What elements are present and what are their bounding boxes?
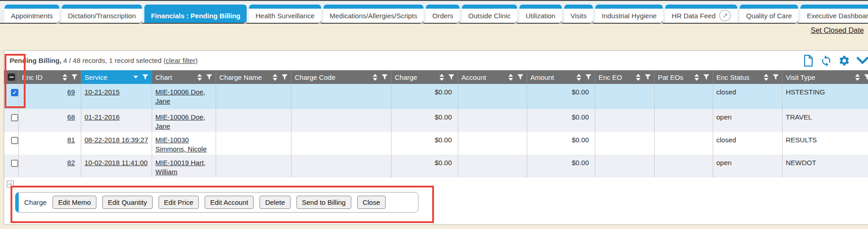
table-row: 68 01-21-2016 MIE-10006 Doe, Jane $0.00 … bbox=[4, 109, 868, 132]
filter-icon[interactable] bbox=[281, 74, 288, 80]
column-label: Visit Type bbox=[786, 73, 815, 81]
tab-industrial-hygiene[interactable]: Industrial Hygiene bbox=[595, 5, 663, 23]
filter-icon[interactable] bbox=[645, 74, 651, 80]
header-charge-code[interactable]: Charge Code bbox=[291, 70, 392, 84]
chart-cell: MIE-10006 Doe, Jane bbox=[152, 109, 216, 132]
header-charge-name[interactable]: Charge Name bbox=[216, 70, 291, 84]
chart-link[interactable]: MIE-10019 Hart, William bbox=[155, 159, 206, 176]
sort-icon[interactable] bbox=[764, 74, 768, 81]
filter-icon[interactable] bbox=[71, 74, 78, 80]
pat-eos-cell bbox=[655, 84, 713, 109]
service-link[interactable]: 10-21-2015 bbox=[85, 88, 120, 96]
visit-type-cell: RESULTS bbox=[783, 132, 868, 155]
row-checkbox[interactable] bbox=[11, 137, 18, 144]
panel-title-bold: Pending Billing, bbox=[10, 57, 61, 64]
filter-icon[interactable] bbox=[142, 74, 148, 80]
refresh-icon[interactable] bbox=[820, 55, 832, 67]
sort-icon[interactable] bbox=[694, 74, 699, 81]
tab-orders[interactable]: Orders bbox=[426, 5, 460, 23]
gear-icon[interactable] bbox=[838, 55, 850, 67]
header-enc-eo[interactable]: Enc EO bbox=[595, 70, 655, 84]
close-button[interactable]: Close bbox=[357, 196, 386, 209]
sort-icon[interactable] bbox=[63, 74, 67, 81]
tab-health-surveillance[interactable]: Health Surveillance bbox=[249, 5, 321, 23]
header-visit-type[interactable]: Visit Type bbox=[783, 70, 868, 84]
edit-price-button[interactable]: Edit Price bbox=[159, 196, 199, 209]
collapse-toggle-icon[interactable]: − bbox=[7, 181, 14, 187]
sort-icon[interactable] bbox=[636, 74, 640, 81]
header-amount[interactable]: Amount bbox=[527, 70, 595, 84]
sort-icon[interactable] bbox=[855, 74, 860, 81]
header-chart[interactable]: Chart bbox=[152, 70, 216, 84]
enc-id-link[interactable]: 68 bbox=[67, 113, 75, 121]
enc-id-link[interactable]: 82 bbox=[67, 159, 75, 167]
clear-filter-link[interactable]: clear filter bbox=[166, 57, 196, 64]
filter-icon[interactable] bbox=[585, 74, 592, 80]
column-label: Account bbox=[461, 73, 486, 81]
tab-utilization[interactable]: Utilization bbox=[519, 5, 562, 23]
sort-icon[interactable] bbox=[273, 74, 277, 81]
filter-icon[interactable] bbox=[448, 74, 455, 80]
tab-financials-pending-billing[interactable]: Financials : Pending Billing bbox=[144, 5, 247, 23]
row-checkbox[interactable] bbox=[11, 160, 18, 167]
select-all-checkbox[interactable] bbox=[8, 73, 15, 81]
header-service[interactable]: Service bbox=[81, 70, 152, 84]
header-enc-id[interactable]: Enc ID bbox=[19, 70, 81, 84]
table-row: 82 10-02-2018 11:41:00 MIE-10019 Hart, W… bbox=[4, 155, 868, 177]
enc-eo-cell bbox=[595, 132, 655, 155]
chevron-down-icon[interactable] bbox=[856, 55, 868, 66]
header-charge[interactable]: Charge bbox=[392, 70, 458, 84]
document-icon[interactable] bbox=[803, 54, 814, 67]
sort-icon[interactable] bbox=[197, 74, 202, 81]
tab-outside-clinic[interactable]: Outside Clinic bbox=[462, 5, 517, 23]
tab-executive-dashboard[interactable]: Executive Dashboard↗ bbox=[800, 5, 868, 23]
header-enc-status[interactable]: Enc Status bbox=[713, 70, 783, 84]
header-account[interactable]: Account bbox=[458, 70, 527, 84]
tab-dropdown-fold-icon bbox=[318, 21, 321, 24]
tab-label: Industrial Hygiene bbox=[602, 12, 656, 20]
service-link[interactable]: 08-22-2018 16:39:27 bbox=[85, 136, 148, 144]
filter-icon[interactable] bbox=[773, 74, 779, 80]
tab-label: HR Data Feed bbox=[672, 12, 715, 20]
tab-label: Financials : Pending Billing bbox=[151, 12, 240, 20]
sort-icon[interactable] bbox=[508, 74, 513, 81]
charge-code-cell bbox=[291, 109, 392, 132]
tab-dictation-transcription[interactable]: Dictation/Transcription bbox=[62, 5, 143, 23]
filter-icon[interactable] bbox=[864, 74, 868, 80]
chart-link[interactable]: MIE-10006 Doe, Jane bbox=[155, 88, 205, 105]
sort-icon[interactable] bbox=[577, 74, 581, 81]
tab-quality-of-care[interactable]: Quality of Care bbox=[740, 5, 798, 23]
row-checkbox[interactable] bbox=[11, 114, 18, 121]
external-link-icon[interactable]: ↗ bbox=[719, 10, 731, 21]
service-link[interactable]: 10-02-2018 11:41:00 bbox=[85, 159, 148, 167]
tab-hr-data-feed[interactable]: HR Data Feed↗ bbox=[665, 5, 737, 23]
tab-appointments[interactable]: Appointments bbox=[5, 5, 59, 23]
row-checkbox-checked[interactable]: ✓ bbox=[11, 89, 18, 96]
filter-icon[interactable] bbox=[703, 74, 709, 80]
filter-icon[interactable] bbox=[517, 74, 524, 80]
edit-memo-button[interactable]: Edit Memo bbox=[53, 196, 96, 209]
header-pat-eos[interactable]: Pat EOs bbox=[655, 70, 713, 84]
enc-id-link[interactable]: 81 bbox=[67, 136, 75, 144]
chart-link[interactable]: MIE-10006 Doe, Jane bbox=[155, 113, 205, 130]
tab-label: Appointments bbox=[11, 12, 53, 20]
edit-account-button[interactable]: Edit Account bbox=[205, 196, 254, 209]
enc-eo-cell bbox=[595, 109, 655, 132]
enc-id-link[interactable]: 69 bbox=[67, 88, 75, 96]
delete-button[interactable]: Delete bbox=[259, 196, 290, 209]
sort-icon[interactable] bbox=[439, 74, 444, 81]
service-cell: 10-21-2015 bbox=[81, 84, 152, 109]
charge-action-bar: Charge Edit Memo Edit Quantity Edit Pric… bbox=[15, 192, 418, 213]
sort-icon[interactable] bbox=[373, 74, 377, 81]
send-to-billing-button[interactable]: Send to Billing bbox=[296, 196, 351, 209]
set-closed-date-link[interactable]: Set Closed Date bbox=[810, 26, 864, 35]
tab-dropdown-fold-icon bbox=[559, 21, 562, 24]
filter-icon[interactable] bbox=[206, 74, 212, 80]
tab-medications-allergies-scripts[interactable]: Medications/Allergies/Scripts bbox=[323, 5, 424, 23]
tab-visits[interactable]: Visits bbox=[564, 5, 593, 23]
filter-icon[interactable] bbox=[381, 74, 388, 80]
sort-desc-icon[interactable] bbox=[133, 76, 138, 78]
edit-quantity-button[interactable]: Edit Quantity bbox=[102, 196, 153, 209]
service-link[interactable]: 01-21-2016 bbox=[85, 113, 120, 121]
chart-link[interactable]: MIE-10030 Simmons, Nicole bbox=[155, 136, 207, 153]
